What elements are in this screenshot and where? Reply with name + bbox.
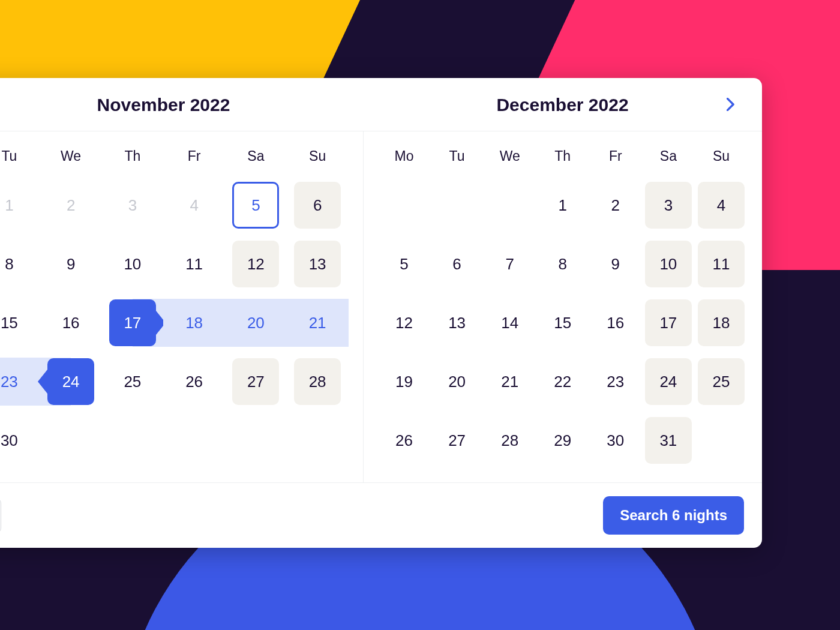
day-cell[interactable]: 15 (539, 299, 586, 346)
day-cell[interactable]: 28 (294, 358, 341, 405)
day-cell[interactable]: 12 (232, 241, 279, 287)
day-cell[interactable]: 11 (171, 241, 218, 287)
dow-label: Su (695, 137, 748, 170)
day-cell[interactable]: 1 (539, 182, 586, 229)
day-cell[interactable]: 7 (487, 241, 533, 287)
dow-label: Su (287, 137, 349, 170)
day-cell[interactable]: 26 (171, 358, 218, 405)
day-cell[interactable]: 9 (592, 241, 639, 287)
day-cell-range-start[interactable]: 17 (109, 299, 156, 346)
next-month-button[interactable] (718, 91, 744, 118)
day-cell: 3 (109, 182, 156, 229)
dow-label: Th (536, 137, 589, 170)
day-cell[interactable]: 22 (539, 358, 586, 405)
chevron-right-icon (727, 98, 735, 111)
day-cell[interactable]: 14 (487, 299, 533, 346)
day-cell[interactable]: 6 (294, 182, 341, 229)
dow-label: Fr (589, 137, 642, 170)
dow-label: Tu (431, 137, 484, 170)
day-cell: 4 (171, 182, 218, 229)
day-cell[interactable]: 13 (434, 299, 481, 346)
day-cell[interactable]: 26 (381, 417, 428, 464)
day-cell[interactable]: 9 (47, 241, 94, 287)
day-cell[interactable]: 23 (592, 358, 639, 405)
day-cell-today[interactable]: 5 (232, 182, 279, 229)
day-cell[interactable]: 30 (592, 417, 639, 464)
dow-label: Fr (163, 137, 225, 170)
day-cell-in-range[interactable]: 18 (163, 299, 225, 346)
day-cell[interactable]: 16 (592, 299, 639, 346)
calendars-row: Tu We Th Fr Sa Su 1 2 3 4 5 6 8 9 10 11 … (0, 131, 762, 482)
calendar-header: November 2022 December 2022 (0, 78, 762, 131)
month-title-right: December 2022 (363, 78, 762, 131)
day-cell[interactable]: 10 (109, 241, 156, 287)
dow-label: Sa (642, 137, 695, 170)
day-cell[interactable]: 11 (698, 241, 745, 287)
day-cell[interactable]: 8 (0, 241, 32, 287)
day-cell[interactable]: 5 (381, 241, 428, 287)
dow-label: Mo (378, 137, 431, 170)
day-cell[interactable]: 29 (539, 417, 586, 464)
day-cell[interactable]: 17 (645, 299, 692, 346)
day-cell[interactable]: 30 (0, 417, 32, 464)
search-button[interactable]: Search 6 nights (603, 496, 744, 535)
day-cell[interactable]: 3 (645, 182, 692, 229)
day-cell[interactable]: 18 (698, 299, 745, 346)
day-cell[interactable]: 8 (539, 241, 586, 287)
day-cell[interactable]: 25 (698, 358, 745, 405)
day-cell[interactable]: 19 (381, 358, 428, 405)
dow-label: We (40, 137, 102, 170)
day-cell[interactable]: 2 (592, 182, 639, 229)
day-cell: 2 (47, 182, 94, 229)
day-cell[interactable]: 15 (0, 299, 32, 346)
day-cell-range-end[interactable]: 24 (47, 358, 94, 405)
day-cell[interactable]: 6 (434, 241, 481, 287)
day-cell[interactable]: 4 (698, 182, 745, 229)
day-cell[interactable]: 21 (487, 358, 533, 405)
day-cell-in-range[interactable]: 20 (225, 299, 287, 346)
day-cell[interactable]: 27 (232, 358, 279, 405)
day-cell[interactable]: 10 (645, 241, 692, 287)
day-cell[interactable]: 25 (109, 358, 156, 405)
day-cell[interactable]: 31 (645, 417, 692, 464)
day-cell-in-range[interactable]: 21 (287, 299, 349, 346)
calendar-footer: dates Search 6 nights (0, 482, 762, 548)
dow-label: Sa (225, 137, 287, 170)
day-cell: 1 (0, 182, 32, 229)
exact-dates-button[interactable]: dates (0, 497, 1, 534)
day-cell[interactable]: 13 (294, 241, 341, 287)
day-cell[interactable]: 12 (381, 299, 428, 346)
day-cell[interactable]: 16 (47, 299, 94, 346)
day-cell[interactable]: 24 (645, 358, 692, 405)
day-cell[interactable]: 28 (487, 417, 533, 464)
calendar-left: Tu We Th Fr Sa Su 1 2 3 4 5 6 8 9 10 11 … (0, 131, 364, 482)
day-cell[interactable]: 20 (434, 358, 481, 405)
dow-label: We (484, 137, 536, 170)
day-cell[interactable]: 27 (434, 417, 481, 464)
dow-label: Th (102, 137, 164, 170)
calendar-right: Mo Tu We Th Fr Sa Su 1 2 3 4 5 6 7 8 (364, 131, 763, 482)
date-picker-card: November 2022 December 2022 Tu We Th Fr … (0, 78, 762, 548)
month-title-left: November 2022 (0, 78, 363, 131)
dow-label: Tu (0, 137, 40, 170)
day-cell-in-range[interactable]: 23 (0, 358, 40, 405)
